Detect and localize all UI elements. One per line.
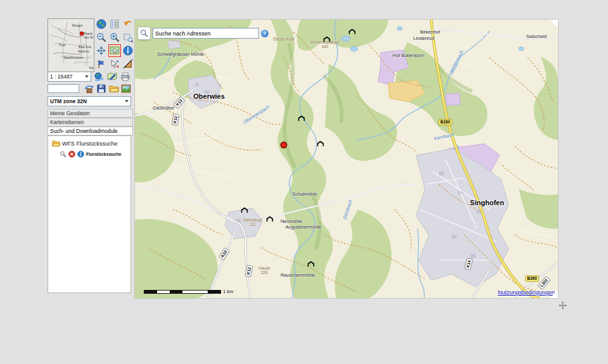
- map-corner-handle[interactable]: [550, 290, 558, 298]
- tree-node-label: Flurstückssuche: [86, 152, 122, 156]
- zoom-out-button[interactable]: [96, 32, 107, 43]
- tree-node-flurstueckssuche[interactable]: Flurstückssuche: [60, 151, 130, 158]
- search-icon: [140, 29, 148, 37]
- help-icon[interactable]: ?: [261, 30, 269, 37]
- map-compass-icon: [107, 72, 117, 82]
- recycle-bin-icon: [84, 84, 94, 94]
- toolbar: [96, 18, 131, 70]
- magnifier-minus-icon: [96, 32, 106, 42]
- cursor-edit-icon: [110, 59, 120, 69]
- digitize-button[interactable]: [109, 58, 120, 70]
- accordion-meine-geodaten[interactable]: Meine Geodaten: [48, 109, 133, 118]
- save-button[interactable]: [96, 83, 106, 94]
- accordion-kartenebenen[interactable]: Kartenebenen: [48, 118, 133, 127]
- undo-arrow-icon: [123, 19, 133, 29]
- address-search: ?: [137, 27, 269, 40]
- map-label: Worms: [78, 50, 89, 54]
- print-button[interactable]: [120, 71, 131, 82]
- chevron-down-icon: [85, 75, 89, 78]
- back-button[interactable]: [122, 18, 134, 30]
- load-button[interactable]: [109, 83, 119, 94]
- projection-value: UTM zone 32N: [50, 98, 87, 104]
- map-label: Bad Kre: [79, 46, 91, 49]
- coordinate-input[interactable]: [48, 84, 79, 93]
- overview-marker: [80, 32, 84, 36]
- annotation-button[interactable]: [96, 58, 107, 70]
- map-query-icon: [110, 46, 120, 56]
- map-label: Saarbrücken: [63, 56, 83, 60]
- map-art: [135, 20, 558, 298]
- map-scalebar: 1 km: [144, 289, 233, 294]
- map-label: Trier: [58, 44, 65, 47]
- floppy-icon: [96, 84, 106, 94]
- accordion-label: Meine Geodaten: [50, 110, 90, 116]
- scalebar-label: 1 km: [223, 289, 233, 294]
- accordion-such-downloadmodule[interactable]: Such- und Downloadmodule: [48, 127, 133, 135]
- legend-button[interactable]: [109, 18, 120, 30]
- resize-handle-icon[interactable]: [559, 301, 567, 310]
- info-icon: [123, 46, 133, 56]
- chevron-down-icon: [125, 100, 129, 103]
- world-refresh-button[interactable]: [93, 71, 104, 82]
- accordion-label: Kartenebenen: [50, 119, 84, 125]
- address-search-input[interactable]: [153, 28, 259, 39]
- scale-value: 1 : 16487: [50, 73, 72, 80]
- image-icon: [121, 84, 131, 94]
- address-search-toggle-button[interactable]: [137, 27, 151, 40]
- projection-select[interactable]: UTM zone 32N: [48, 96, 131, 106]
- map-jump-button[interactable]: [106, 71, 118, 82]
- zoom-box-button[interactable]: [122, 32, 134, 43]
- pan-arrows-icon: [96, 46, 106, 56]
- measure-button[interactable]: [122, 58, 134, 70]
- feature-info-button[interactable]: [109, 45, 120, 56]
- flag-icon: [96, 59, 106, 69]
- pan-button[interactable]: [96, 45, 107, 56]
- terms-link[interactable]: Nutzungsbedingungen: [498, 289, 555, 296]
- tree-node-wfs[interactable]: WFS Flurstückssuche: [52, 140, 130, 147]
- globe-icon: [96, 19, 106, 29]
- full-extent-button[interactable]: [96, 18, 107, 30]
- zoom-in-button[interactable]: [109, 32, 120, 43]
- map-label: am M: [84, 36, 93, 40]
- map-label: Ka: [89, 66, 94, 70]
- search-tool-icon[interactable]: [60, 151, 66, 158]
- globe-refresh-icon: [94, 72, 104, 82]
- zoom-rectangle-icon: [123, 32, 133, 42]
- legend-icon: [110, 19, 120, 29]
- accordion-label: Such- und Downloadmodule: [50, 128, 118, 134]
- module-info-icon[interactable]: [77, 151, 84, 158]
- module-tree-panel: WFS Flurstückssuche Flurstückssuche: [48, 135, 131, 293]
- recycle-button[interactable]: [84, 83, 94, 94]
- magnifier-plus-icon: [110, 32, 120, 42]
- printer-icon: [120, 72, 130, 82]
- sidebar: SiegenFrankam MTrierBad KreWormsSaarbrüc…: [48, 18, 131, 294]
- scalebar-segments: [144, 290, 221, 294]
- info-button[interactable]: [122, 45, 134, 56]
- map-canvas[interactable]: OberwiesSinghofenGieshübelSchweighäuser …: [134, 19, 559, 299]
- folder-icon: [109, 84, 119, 94]
- ruler-icon: [123, 59, 133, 69]
- map-corner-handle[interactable]: [550, 20, 558, 28]
- open-folder-icon: [52, 140, 60, 147]
- overview-map[interactable]: SiegenFrankam MTrierBad KreWormsSaarbrüc…: [48, 18, 94, 72]
- image-export-button[interactable]: [121, 83, 131, 94]
- map-label: Siegen: [72, 24, 82, 28]
- remove-icon[interactable]: [68, 151, 75, 158]
- scale-select[interactable]: 1 : 16487: [48, 72, 91, 82]
- tree-node-label: WFS Flurstückssuche: [62, 141, 118, 147]
